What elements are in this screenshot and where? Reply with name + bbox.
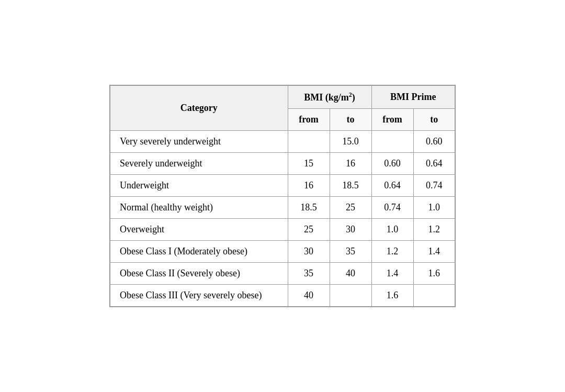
- cell-bmi-to: 18.5: [330, 175, 371, 197]
- cell-bmi-from: 30: [288, 241, 330, 263]
- table-row: Obese Class III (Very severely obese)401…: [110, 285, 455, 307]
- table-row: Normal (healthy weight)18.5250.741.0: [110, 197, 455, 219]
- cell-bmi-from: 18.5: [288, 197, 330, 219]
- cell-prime-from: 1.4: [371, 263, 413, 285]
- header-bmi-to: to: [330, 109, 371, 131]
- cell-bmi-to: 16: [330, 153, 371, 175]
- cell-bmi-from: [288, 131, 330, 153]
- cell-prime-from: 1.0: [371, 219, 413, 241]
- cell-bmi-to: 30: [330, 219, 371, 241]
- table-row: Underweight1618.50.640.74: [110, 175, 455, 197]
- cell-category: Obese Class I (Moderately obese): [110, 241, 288, 263]
- cell-category: Obese Class III (Very severely obese): [110, 285, 288, 307]
- table-row: Very severely underweight15.00.60: [110, 131, 455, 153]
- cell-prime-to: 1.6: [413, 263, 455, 285]
- cell-bmi-to: 40: [330, 263, 371, 285]
- cell-prime-from: 1.6: [371, 285, 413, 307]
- cell-prime-from: [371, 131, 413, 153]
- cell-category: Obese Class II (Severely obese): [110, 263, 288, 285]
- cell-category: Normal (healthy weight): [110, 197, 288, 219]
- header-category: Category: [110, 85, 288, 131]
- cell-bmi-to: [330, 285, 371, 307]
- table-row: Obese Class II (Severely obese)35401.41.…: [110, 263, 455, 285]
- table-body: Very severely underweight15.00.60Severel…: [110, 131, 455, 307]
- cell-prime-to: 0.64: [413, 153, 455, 175]
- cell-prime-to: 1.0: [413, 197, 455, 219]
- header-bmi: BMI (kg/m2): [288, 85, 371, 109]
- cell-category: Underweight: [110, 175, 288, 197]
- cell-category: Very severely underweight: [110, 131, 288, 153]
- header-prime-from: from: [371, 109, 413, 131]
- cell-prime-to: 0.60: [413, 131, 455, 153]
- table-row: Overweight25301.01.2: [110, 219, 455, 241]
- cell-bmi-from: 15: [288, 153, 330, 175]
- cell-bmi-to: 15.0: [330, 131, 371, 153]
- cell-bmi-from: 16: [288, 175, 330, 197]
- cell-prime-from: 1.2: [371, 241, 413, 263]
- cell-bmi-from: 35: [288, 263, 330, 285]
- cell-prime-to: [413, 285, 455, 307]
- cell-prime-to: 1.4: [413, 241, 455, 263]
- table-row: Obese Class I (Moderately obese)30351.21…: [110, 241, 455, 263]
- cell-prime-from: 0.60: [371, 153, 413, 175]
- bmi-table: Category BMI (kg/m2) BMI Prime from to f…: [109, 85, 456, 307]
- table-wrapper: Category BMI (kg/m2) BMI Prime from to f…: [99, 74, 466, 318]
- cell-prime-from: 0.74: [371, 197, 413, 219]
- header-bmi-prime: BMI Prime: [371, 85, 455, 109]
- header-prime-to: to: [413, 109, 455, 131]
- cell-bmi-to: 25: [330, 197, 371, 219]
- table-row: Severely underweight15160.600.64: [110, 153, 455, 175]
- header-bmi-from: from: [288, 109, 330, 131]
- cell-category: Severely underweight: [110, 153, 288, 175]
- cell-prime-to: 0.74: [413, 175, 455, 197]
- cell-prime-from: 0.64: [371, 175, 413, 197]
- header-row-1: Category BMI (kg/m2) BMI Prime: [110, 85, 455, 109]
- cell-bmi-from: 25: [288, 219, 330, 241]
- cell-bmi-to: 35: [330, 241, 371, 263]
- cell-category: Overweight: [110, 219, 288, 241]
- cell-prime-to: 1.2: [413, 219, 455, 241]
- cell-bmi-from: 40: [288, 285, 330, 307]
